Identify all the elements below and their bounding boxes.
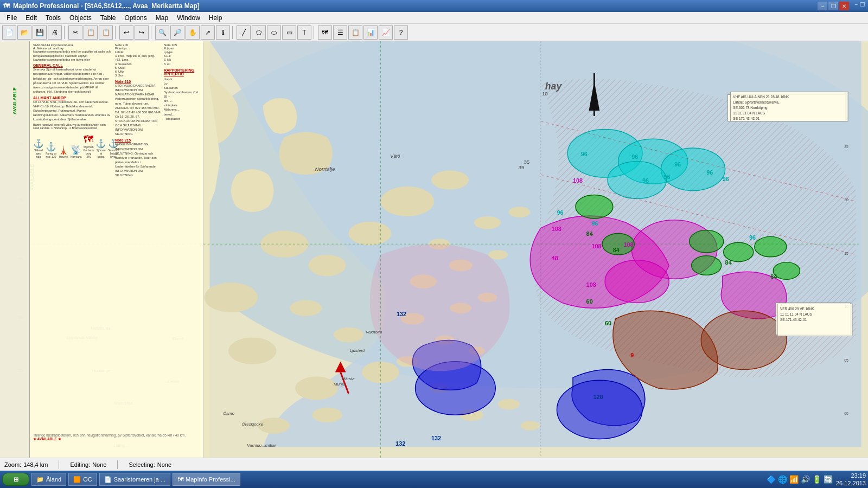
taskbar-oc[interactable]: 🟧 OC [68, 473, 97, 486]
menu-edit[interactable]: Edit [21, 13, 41, 23]
menu-window[interactable]: Window [173, 13, 205, 23]
mapinfo-icon: 🗺 [177, 476, 183, 483]
menu-file[interactable]: File [2, 13, 21, 23]
menu-map[interactable]: Map [151, 13, 173, 23]
menu-objects[interactable]: Objects [65, 13, 96, 23]
status-separator-2 [117, 460, 118, 469]
svg-point-16 [474, 216, 501, 229]
svg-text:132: 132 [397, 311, 406, 317]
editing-value: None [92, 461, 106, 468]
bluetooth-icon: 🔷 [767, 475, 776, 484]
status-separator-1 [59, 460, 59, 469]
tb-text[interactable]: T [297, 25, 311, 40]
svg-point-4 [309, 255, 346, 276]
svg-text:96: 96 [631, 153, 638, 160]
svg-point-49 [557, 380, 642, 439]
menu-table[interactable]: Table [96, 13, 120, 23]
tb-cut[interactable]: ✂ [68, 25, 82, 40]
tb-polygon[interactable]: ⬠ [252, 25, 266, 40]
tb-zoom-in[interactable]: 🔍 [155, 25, 169, 40]
sys-tray: 🔷 🌐 📶 🔊 🔋 🔄 [767, 475, 833, 484]
taskbar-mapinfo[interactable]: 🗺 MapInfo Professi... [173, 473, 240, 486]
menu-options[interactable]: Options [120, 13, 151, 23]
svg-point-45 [755, 236, 787, 256]
selecting-label: Selecting: [129, 461, 155, 468]
menu-tools[interactable]: Tools [41, 13, 65, 23]
editing-label: Editing: [70, 461, 90, 468]
tb-select[interactable]: ↗ [201, 25, 215, 40]
tb-save[interactable]: 💾 [33, 25, 47, 40]
status-bar: Zoom: 148,4 km Editing: None Selecting: … [0, 458, 868, 471]
zoom-value: 148,4 km [23, 461, 48, 468]
svg-point-47 [692, 256, 722, 275]
wifi-icon: 📶 [789, 475, 799, 484]
tb-new[interactable]: 📄 [2, 25, 16, 40]
tb-info[interactable]: ℹ [216, 25, 230, 40]
svg-text:11 11 11 04 N LAUS: 11 11 11 04 N LAUS [733, 111, 765, 115]
start-button[interactable]: ⊞ [2, 473, 29, 486]
tb-graph[interactable]: 📈 [379, 25, 393, 40]
svg-point-11 [295, 376, 338, 400]
svg-text:108: 108 [586, 281, 596, 288]
title-text: 🗺 MapInfo Professional - [StA6,StA12,...… [3, 2, 200, 10]
svg-text:SE-601 78 Norrköping: SE-601 78 Norrköping [733, 106, 768, 110]
tb-polyline[interactable]: ╱ [237, 25, 251, 40]
tb-rectangle[interactable]: ▭ [282, 25, 296, 40]
taskbar: ⊞ 📁 Åland 🟧 OC 📄 Saaristomeren ja ... 🗺 … [0, 471, 868, 488]
svg-text:96: 96 [723, 176, 729, 182]
map-area[interactable]: 96 96 96 96 96 96 96 96 96 96 108 108 10… [0, 41, 868, 458]
window-controls: – ❐ ✕ – ❐ [818, 2, 865, 10]
toolbar: 📄 📂 💾 🖨 ✂ 📋 📋 ↩ ↪ 🔍 🔎 ✋ ↗ ℹ ╱ ⬠ ⬭ ▭ T 🗺 … [0, 24, 868, 41]
app-icon: 🗺 [3, 2, 10, 10]
status-editing: Editing: None [70, 461, 106, 468]
svg-point-8 [290, 300, 322, 317]
toolbar-separator-4 [232, 26, 234, 39]
svg-point-15 [312, 407, 342, 422]
svg-point-50 [701, 311, 787, 369]
close-button[interactable]: ✕ [839, 2, 849, 10]
svg-text:132: 132 [395, 440, 405, 447]
svg-point-40 [605, 260, 669, 303]
svg-text:SE-171-43-42-01: SE-171-43-42-01 [733, 117, 760, 120]
status-zoom: Zoom: 148,4 km [4, 461, 48, 468]
tb-legend[interactable]: 📋 [348, 25, 362, 40]
tb-help[interactable]: ? [394, 25, 408, 40]
time-display: 23:19 [836, 472, 866, 479]
svg-point-43 [690, 230, 724, 253]
taskbar-right: 🔷 🌐 📶 🔊 🔋 🔄 23:19 26.12.2013 [767, 472, 866, 487]
svg-text:Norrtälje: Norrtälje [315, 166, 335, 172]
folder-icon: 📁 [36, 476, 44, 483]
svg-point-7 [431, 170, 469, 189]
tb-zoom-out[interactable]: 🔎 [170, 25, 184, 40]
taskbar-word[interactable]: 📄 Saaristomeren ja ... [99, 473, 170, 486]
svg-point-30 [498, 399, 519, 410]
tb-layer[interactable]: ☰ [333, 25, 347, 40]
tb-print[interactable]: 🖨 [48, 25, 62, 40]
svg-point-5 [348, 222, 391, 245]
toolbar-separator-2 [115, 26, 117, 39]
svg-text:Ljusterö: Ljusterö [349, 348, 365, 353]
svg-text:05: 05 [844, 358, 848, 362]
tb-browser[interactable]: 📊 [363, 25, 378, 40]
svg-point-31 [521, 421, 540, 431]
date-display: 26.12.2013 [836, 479, 866, 487]
tb-undo[interactable]: ↩ [119, 25, 133, 40]
tb-redo[interactable]: ↪ [135, 25, 149, 40]
tb-map-tools[interactable]: 🗺 [318, 25, 332, 40]
menu-help[interactable]: Help [205, 13, 227, 23]
oc-icon: 🟧 [73, 476, 81, 483]
svg-text:SE-171-43-42-01: SE-171-43-42-01 [780, 318, 807, 322]
minimize-button[interactable]: – [818, 2, 827, 10]
svg-text:25: 25 [844, 145, 848, 149]
taskbar-folder[interactable]: 📁 Åland [31, 473, 66, 486]
tb-ellipse[interactable]: ⬭ [267, 25, 281, 40]
tb-paste[interactable]: 📋 [99, 25, 113, 40]
title-bar: 🗺 MapInfo Professional - [StA6,StA12,...… [0, 0, 868, 12]
restore-button[interactable]: ❐ [828, 2, 838, 10]
svg-text:96: 96 [663, 174, 670, 180]
svg-point-46 [773, 262, 800, 280]
status-selecting: Selecting: None [129, 461, 171, 468]
tb-copy[interactable]: 📋 [84, 25, 98, 40]
tb-open[interactable]: 📂 [17, 25, 31, 40]
tb-pan[interactable]: ✋ [186, 25, 200, 40]
